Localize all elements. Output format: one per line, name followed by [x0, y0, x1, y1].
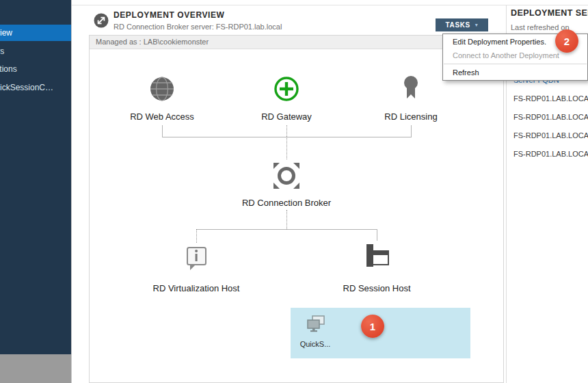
broker-server-subtitle: RD Connection Broker server: FS-RDP01.la… [113, 23, 282, 31]
node-label-gateway: RD Gateway [261, 111, 312, 122]
nav-sidebar: Overview Servers Collections QuickSessio… [0, 0, 71, 383]
tasks-button-label: TASKS [446, 21, 470, 29]
node-label-web-access: RD Web Access [130, 111, 194, 122]
monitors-icon [304, 313, 328, 336]
node-label-virtualization-host: RD Virtualization Host [153, 283, 240, 293]
page-title: DEPLOYMENT OVERVIEW [113, 10, 225, 20]
sidebar-footer [0, 354, 71, 383]
menu-item-refresh[interactable]: Refresh [443, 66, 587, 79]
sidebar-item-overview[interactable]: Overview [0, 25, 71, 41]
server-row[interactable]: FS-RDP01.LAB.LOCAL [513, 131, 588, 140]
sidebar-item-quicksessioncollection[interactable]: QuickSessionCollection [0, 79, 71, 95]
connector-line [162, 125, 163, 137]
certificate-icon[interactable] [396, 72, 426, 105]
connector-line [196, 229, 377, 230]
managed-as-bar: Managed as : LAB\cookiemonster [90, 36, 503, 49]
chevron-down-icon: ▾ [475, 22, 479, 28]
connection-broker-icon[interactable] [270, 159, 303, 195]
connector-line [411, 125, 412, 137]
server-row[interactable]: FS-RDP01.LAB.LOCAL [513, 150, 588, 158]
sidebar-item-collections[interactable]: Collections [0, 61, 71, 77]
panel-title: DEPLOYMENT SERVERS [511, 8, 588, 18]
sidebar-item-label: Overview [0, 25, 12, 41]
sidebar-item-servers[interactable]: Servers [0, 43, 71, 60]
globe-icon[interactable] [147, 74, 177, 107]
sidebar-item-label: Collections [0, 61, 17, 77]
sidebar-item-label: Servers [0, 43, 4, 60]
node-label-licensing: RD Licensing [384, 111, 437, 122]
collection-name-label: QuickS... [300, 340, 331, 348]
connector-line [377, 229, 377, 241]
node-label-connection-broker: RD Connection Broker [242, 198, 331, 208]
connector-line [286, 210, 287, 229]
server-row[interactable]: FS-RDP01.LAB.LOCAL [513, 94, 588, 103]
nav-divider [71, 0, 72, 383]
add-gateway-icon[interactable] [273, 75, 300, 105]
server-row[interactable]: FS-RDP01.LAB.LOCAL [513, 113, 588, 121]
menu-separator [444, 64, 587, 64]
connector-line [286, 137, 287, 159]
info-icon[interactable] [181, 243, 211, 276]
node-label-session-host: RD Session Host [343, 283, 411, 293]
annotation-badge-2: 2 [555, 29, 578, 53]
connector-line [196, 229, 197, 243]
tasks-button[interactable]: TASKS ▾ [436, 18, 488, 31]
annotation-badge-1: 1 [361, 315, 384, 338]
connector-line [286, 125, 287, 137]
server-icon[interactable] [361, 241, 392, 275]
deployment-overview-icon [93, 12, 109, 29]
sidebar-item-label: QuickSessionCollection [0, 79, 55, 95]
